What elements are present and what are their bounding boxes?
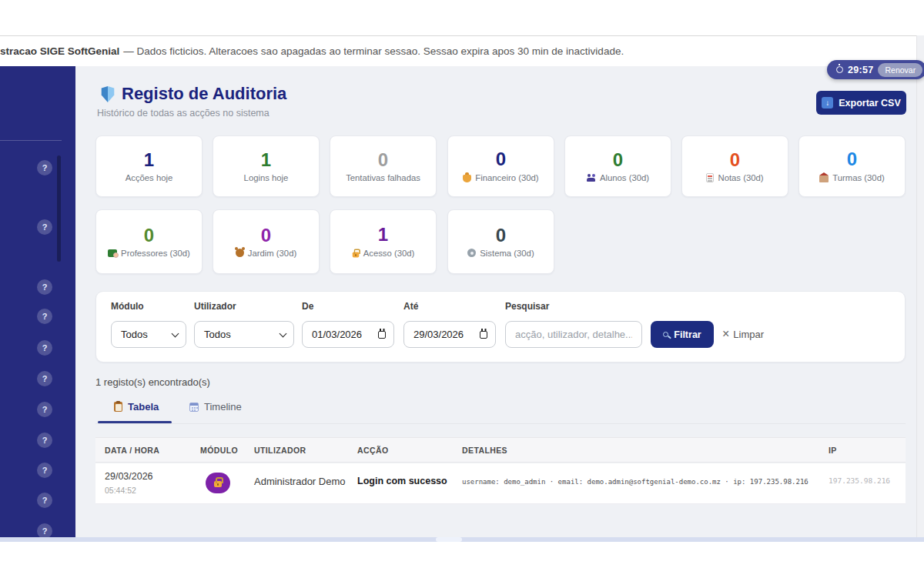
stat-card-sistema: 0 Sistema (30d) xyxy=(447,209,554,274)
stopwatch-icon xyxy=(836,66,843,73)
chevron-down-icon xyxy=(172,329,179,337)
horizontal-scrollbar-thumb[interactable] xyxy=(436,537,462,542)
stat-card-failed-attempts: 0 Tentativas falhadas xyxy=(330,135,437,197)
stat-card-logins-today: 1 Logins hoje xyxy=(213,135,320,197)
clear-filters-button[interactable]: × Limpar xyxy=(722,328,764,340)
stat-value: 0 xyxy=(847,150,857,169)
close-icon: × xyxy=(722,328,729,340)
stat-card-alunos: 0 Alunos (30d) xyxy=(564,135,671,197)
stat-card-notas: 0 Notas (30d) xyxy=(681,135,788,197)
renew-session-button[interactable]: Renovar xyxy=(878,63,922,77)
search-icon xyxy=(663,332,668,337)
row-details: username: demo_admin · email: demo.admin… xyxy=(462,478,808,486)
stat-value: 0 xyxy=(613,151,623,169)
column-header-module: MÓDULO xyxy=(200,446,238,455)
row-user: Administrador Demo xyxy=(254,476,346,487)
calendar-icon xyxy=(480,331,487,339)
column-header-action: ACÇÃO xyxy=(357,446,389,455)
sidebar-help-button[interactable]: ? xyxy=(37,309,52,324)
sidebar-help-button[interactable]: ? xyxy=(37,523,52,537)
screen: stracao SIGE SoftGenial — Dados ficticio… xyxy=(0,0,924,578)
export-csv-label: Exportar CSV xyxy=(839,98,901,109)
stat-value: 0 xyxy=(261,226,271,245)
stat-value: 0 xyxy=(378,151,388,169)
sidebar-help-button[interactable]: ? xyxy=(37,279,52,295)
date-to-value: 29/03/2026 xyxy=(413,329,464,340)
stat-label: Sistema (30d) xyxy=(480,249,534,258)
clear-filters-label: Limpar xyxy=(733,329,764,340)
stat-label: Financeiro (30d) xyxy=(475,173,538,182)
module-badge[interactable] xyxy=(206,473,230,493)
students-icon xyxy=(587,174,596,182)
tab-tabela-label: Tabela xyxy=(128,401,159,413)
stat-card-turmas: 0 Turmas (30d) xyxy=(798,135,906,197)
lock-icon xyxy=(214,481,222,487)
sidebar-help-button[interactable]: ? xyxy=(37,463,52,478)
sidebar-help-button[interactable]: ? xyxy=(37,340,52,356)
table-row[interactable]: 29/03/2026 05:44:52 Administrador Demo L… xyxy=(95,463,906,504)
stat-value: 1 xyxy=(144,151,154,169)
module-select-value: Todos xyxy=(121,329,148,340)
demo-banner-message: — Dados ficticios. Alteracoes sao apagad… xyxy=(123,45,624,57)
table-header: DATA / HORA MÓDULO UTILIZADOR ACÇÃO DETA… xyxy=(95,437,906,463)
row-ip: 197.235.98.216 xyxy=(829,476,890,485)
school-icon xyxy=(819,175,829,182)
stat-label: Jardim (30d) xyxy=(248,249,296,258)
module-select[interactable]: Todos xyxy=(111,321,186,348)
sidebar-help-button[interactable]: ? xyxy=(37,493,52,508)
session-timer-chip: 29:57 Renovar xyxy=(827,60,924,79)
sidebar: ? ? ? ? ? ? ? ? ? ? ? xyxy=(0,66,75,537)
tab-timeline[interactable]: Timeline xyxy=(189,401,242,413)
date-from-input[interactable]: 01/03/2026 xyxy=(302,321,394,348)
vertical-scrollbar[interactable] xyxy=(916,35,924,542)
stat-card-actions-today: 1 Acções hoje xyxy=(95,135,203,197)
user-filter-label: Utilizador xyxy=(194,301,236,312)
row-date: 29/03/2026 xyxy=(105,471,153,482)
export-csv-button[interactable]: ↓ Exportar CSV xyxy=(816,91,906,115)
column-header-details: DETALHES xyxy=(462,446,507,455)
sidebar-help-button[interactable]: ? xyxy=(37,402,52,417)
teacher-icon xyxy=(108,249,117,257)
sidebar-help-button[interactable]: ? xyxy=(37,371,52,386)
gear-icon xyxy=(467,249,476,257)
sidebar-scrollbar[interactable] xyxy=(57,155,61,262)
chevron-down-icon xyxy=(280,329,287,337)
tab-timeline-label: Timeline xyxy=(204,401,242,413)
stat-label: Logins hoje xyxy=(244,173,289,182)
user-select-value: Todos xyxy=(204,329,231,340)
tab-tabela[interactable]: Tabela xyxy=(114,401,159,413)
stat-card-financeiro: 0 Financeiro (30d) xyxy=(447,135,554,197)
date-from-label: De xyxy=(302,301,313,312)
stat-card-professores: 0 Professores (30d) xyxy=(95,209,203,274)
date-from-value: 01/03/2026 xyxy=(312,329,362,340)
date-to-input[interactable]: 29/03/2026 xyxy=(403,321,496,348)
row-time: 05:44:52 xyxy=(105,486,136,495)
download-icon: ↓ xyxy=(822,97,833,109)
user-select[interactable]: Todos xyxy=(194,321,294,348)
column-header-datetime: DATA / HORA xyxy=(105,446,159,455)
sidebar-help-button[interactable]: ? xyxy=(37,219,52,235)
stat-label: Professores (30d) xyxy=(121,249,190,258)
module-filter-label: Módulo xyxy=(111,301,144,312)
lock-icon xyxy=(352,252,359,258)
money-bag-icon xyxy=(463,175,471,182)
stat-label: Acções hoje xyxy=(126,173,173,182)
stat-label: Notas (30d) xyxy=(718,173,763,182)
memo-icon xyxy=(706,173,714,182)
calendar-icon xyxy=(378,331,386,339)
stat-value: 0 xyxy=(144,226,154,245)
calendar-icon xyxy=(189,403,199,412)
sidebar-help-button[interactable]: ? xyxy=(37,160,52,175)
results-count: 1 registo(s) encontrado(s) xyxy=(95,376,210,388)
clipboard-icon xyxy=(114,402,122,412)
sidebar-help-button[interactable]: ? xyxy=(37,433,52,448)
stat-card-jardim: 0 Jardim (30d) xyxy=(213,209,320,274)
date-to-label: Até xyxy=(403,301,418,312)
filter-button[interactable]: Filtrar xyxy=(651,321,714,348)
search-input[interactable] xyxy=(505,321,642,348)
horizontal-scrollbar[interactable] xyxy=(0,537,924,542)
stat-card-acesso: 1 Acesso (30d) xyxy=(330,209,437,274)
session-timer-value: 29:57 xyxy=(848,65,873,75)
row-action: Login com sucesso xyxy=(357,476,447,486)
column-header-user: UTILIZADOR xyxy=(254,446,306,455)
